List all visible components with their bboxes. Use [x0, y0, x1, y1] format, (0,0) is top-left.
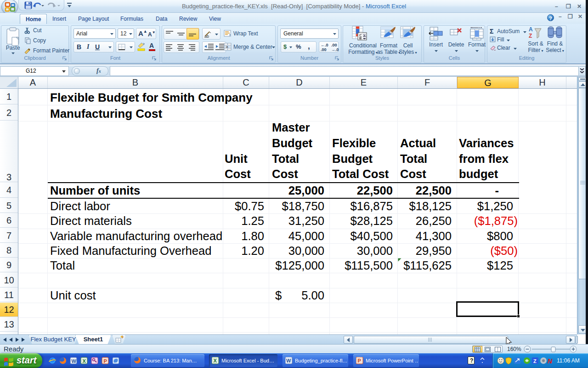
- svg-text:P: P: [104, 358, 107, 364]
- svg-text:X: X: [214, 358, 217, 363]
- svg-text:N: N: [548, 357, 552, 365]
- svg-text:Z: Z: [529, 33, 532, 39]
- svg-text:W: W: [286, 358, 291, 363]
- svg-text:X: X: [83, 358, 86, 364]
- svg-text:ab: ab: [204, 34, 209, 39]
- svg-text:P: P: [358, 358, 361, 363]
- svg-text:W: W: [72, 358, 77, 364]
- svg-text:A: A: [529, 26, 533, 33]
- svg-text:Z: Z: [533, 358, 537, 364]
- svg-text:a: a: [226, 45, 228, 49]
